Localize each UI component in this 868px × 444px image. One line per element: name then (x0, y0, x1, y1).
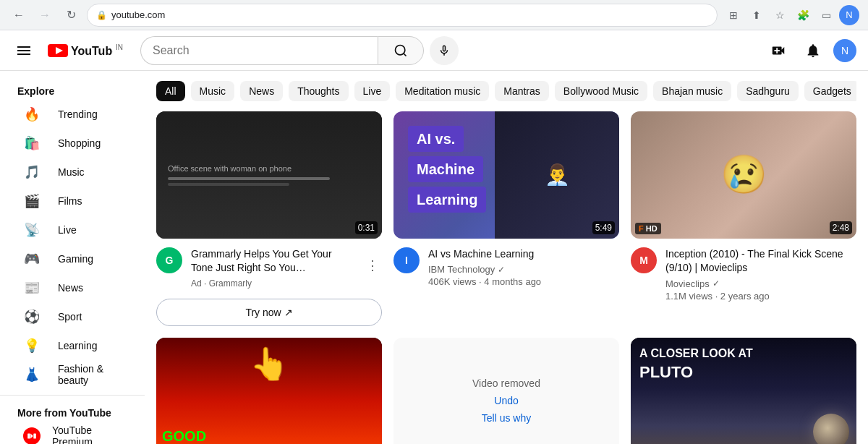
browser-extension-btn[interactable]: 🧩 (793, 5, 813, 25)
video-duration-inception: 2:48 (830, 221, 852, 234)
sidebar-label-news: News (58, 282, 83, 294)
filter-chip-thoughts[interactable]: Thoughts (289, 81, 348, 101)
filter-chip-bollywood[interactable]: Bollywood Music (555, 81, 647, 101)
sidebar-item-fashion[interactable]: 👗 Fashion & beauty (6, 360, 139, 389)
video-thumbnail-grammarly: Office scene with woman on phone 0:31 (156, 111, 382, 239)
news-icon: 📰 (23, 280, 41, 296)
films-icon: 🎬 (23, 193, 41, 209)
sidebar-label-trending: Trending (58, 108, 98, 120)
sidebar-label-fashion: Fashion & beauty (58, 363, 122, 386)
mic-icon (438, 44, 451, 57)
hamburger-icon (17, 46, 30, 55)
undo-link[interactable]: Undo (494, 395, 518, 406)
svg-rect-8 (27, 434, 30, 439)
sidebar-divider (0, 395, 145, 396)
video-card-aiml[interactable]: AI vs. Machine Learning 👨‍💼 5:49 I AI vs… (393, 111, 619, 326)
fashion-icon: 👗 (23, 367, 41, 383)
channel-avatar-inception: M (631, 247, 657, 273)
filter-chip-news[interactable]: News (240, 81, 283, 101)
browser-layout-btn[interactable]: ▭ (816, 5, 836, 25)
removed-text: Video removed (472, 377, 540, 389)
video-stats-inception: 1.1M views · 2 years ago (665, 291, 856, 302)
notifications-button[interactable] (799, 36, 827, 65)
browser-tools: ⊞ ⬆ ☆ 🧩 ▭ N (723, 5, 859, 25)
learning-icon: 💡 (23, 338, 41, 354)
browser-address-bar[interactable]: 🔒 youtube.com (87, 4, 718, 27)
hamburger-button[interactable] (12, 40, 36, 61)
browser-share-btn[interactable]: ⬆ (746, 5, 767, 25)
filter-chip-mantras[interactable]: Mantras (495, 81, 549, 101)
filter-chip-meditation[interactable]: Meditation music (396, 81, 489, 101)
mic-button[interactable] (430, 36, 459, 65)
browser-reload-btn[interactable]: ↻ (61, 5, 81, 25)
filter-chip-live[interactable]: Live (354, 81, 391, 101)
sidebar-item-gaming[interactable]: 🎮 Gaming (6, 244, 139, 273)
browser-bookmark-btn[interactable]: ☆ (770, 5, 790, 25)
browser-forward-btn[interactable]: → (35, 5, 55, 25)
sidebar-item-music[interactable]: 🎵 Music (6, 158, 139, 187)
filter-chip-gadgets[interactable]: Gadgets (804, 81, 856, 101)
try-now-button[interactable]: Try now ↗ (156, 299, 382, 326)
lock-icon: 🔒 (96, 10, 107, 20)
verified-badge-aiml: ✓ (498, 265, 505, 275)
youtube-app: YouTube IN (0, 30, 868, 444)
svg-rect-2 (17, 54, 30, 55)
filter-chip-all[interactable]: All (156, 81, 185, 101)
sidebar-label-films: Films (58, 195, 82, 207)
search-container (140, 36, 459, 65)
yt-main: All Music News Thoughts Live Meditation … (145, 71, 868, 444)
sidebar-item-shopping[interactable]: 🛍️ Shopping (6, 129, 139, 158)
search-input[interactable] (140, 36, 378, 65)
sidebar-item-sport[interactable]: ⚽ Sport (6, 302, 139, 331)
sidebar-label-live: Live (58, 224, 77, 236)
search-button[interactable] (378, 36, 424, 65)
channel-name-aiml: IBM Technology (428, 264, 495, 275)
browser-profile-avatar[interactable]: N (839, 5, 859, 25)
browser-url: youtube.com (111, 9, 165, 20)
video-card-grammarly[interactable]: Office scene with woman on phone 0:31 G … (156, 111, 382, 326)
filter-chip-music[interactable]: Music (191, 81, 235, 101)
filter-chip-sadhguru[interactable]: Sadhguru (737, 81, 799, 101)
yt-sidebar: Explore 🔥 Trending 🛍️ Shopping 🎵 Music 🎬… (0, 71, 145, 444)
sidebar-item-live[interactable]: 📡 Live (6, 215, 139, 244)
filter-bar: All Music News Thoughts Live Meditation … (156, 71, 856, 111)
sidebar-item-learning[interactable]: 💡 Learning (6, 331, 139, 360)
video-thumbnail-inception: 😢 F HD 2:48 (631, 111, 856, 239)
video-grid: Office scene with woman on phone 0:31 G … (156, 111, 856, 444)
yt-header: YouTube IN (0, 30, 868, 71)
channel-name-inception: Movieclips (665, 278, 710, 289)
browser-back-btn[interactable]: ← (9, 5, 29, 25)
removed-card: Video removed Undo Tell us why (393, 338, 619, 444)
sidebar-item-yt-premium[interactable]: YouTube Premium (6, 422, 139, 444)
video-card-inception[interactable]: 😢 F HD 2:48 M Inception (2010) - The Fin… (631, 111, 856, 326)
sidebar-item-films[interactable]: 🎬 Films (6, 187, 139, 215)
create-button[interactable] (764, 36, 793, 65)
video-info-grammarly: G Grammarly Helps You Get Your Tone Just… (156, 239, 382, 291)
video-card-modi[interactable]: GOOD ORATOR!!! 👆 Y Good Orator!!! (156, 338, 382, 444)
video-thumbnail-pluto: A CLOSER LOOK AT PLUTO etechblog.cz (631, 338, 856, 444)
trending-icon: 🔥 (23, 106, 41, 122)
profile-avatar[interactable]: N (833, 39, 856, 62)
sidebar-label-learning: Learning (58, 340, 98, 351)
yt-logo[interactable]: YouTube IN (48, 43, 123, 58)
svg-text:YouTube: YouTube (71, 45, 113, 57)
svg-point-6 (396, 45, 405, 54)
live-icon: 📡 (23, 222, 41, 238)
music-icon: 🎵 (23, 164, 41, 180)
browser-screen-btn[interactable]: ⊞ (723, 5, 744, 25)
sidebar-item-news[interactable]: 📰 News (6, 273, 139, 302)
tell-us-why-link[interactable]: Tell us why (482, 412, 531, 424)
video-info-aiml: I AI vs Machine Learning IBM Technology … (393, 239, 619, 291)
video-menu-grammarly[interactable]: ⋮ (363, 255, 382, 276)
video-thumbnail-aiml: AI vs. Machine Learning 👨‍💼 5:49 (393, 111, 619, 239)
sidebar-item-trending[interactable]: 🔥 Trending (6, 100, 139, 129)
video-thumbnail-modi: GOOD ORATOR!!! 👆 (156, 338, 382, 444)
search-icon (393, 43, 408, 58)
filter-chip-bhajan[interactable]: Bhajan music (653, 81, 731, 101)
video-card-pluto[interactable]: A CLOSER LOOK AT PLUTO etechblog.cz P A … (631, 338, 856, 444)
gaming-icon: 🎮 (23, 251, 41, 267)
sidebar-explore-title: Explore (0, 80, 145, 100)
sidebar-more-from-title: More from YouTube (0, 401, 145, 422)
ad-label-grammarly: Ad · Grammarly (191, 278, 354, 289)
create-icon (770, 43, 786, 59)
